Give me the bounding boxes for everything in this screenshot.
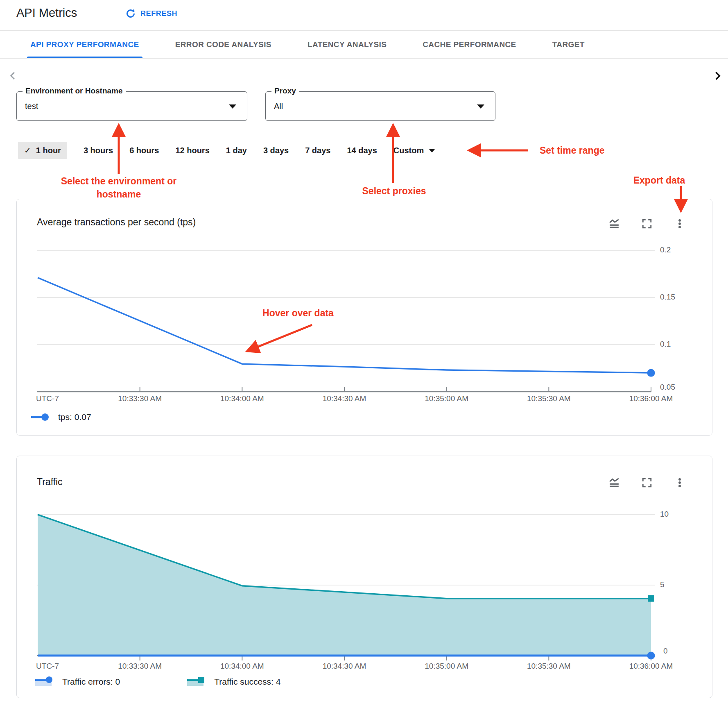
environment-dropdown-value: test — [25, 102, 38, 111]
time-range-option-label: 7 days — [305, 146, 330, 155]
refresh-label: REFRESH — [140, 9, 177, 18]
chart-type-icon[interactable] — [609, 477, 619, 488]
time-range-option-14-days[interactable]: 14 days — [347, 146, 377, 155]
dropdown-caret-icon — [477, 104, 484, 109]
environment-dropdown[interactable]: Environment or Hostname test — [16, 91, 247, 121]
tab-cache-performance[interactable]: CACHE PERFORMANCE — [419, 31, 519, 58]
refresh-button[interactable]: REFRESH — [125, 8, 177, 19]
time-range-option-label: 14 days — [347, 146, 377, 155]
legend-label: tps: 0.07 — [58, 412, 91, 422]
time-range-option-label: 3 hours — [84, 146, 113, 155]
proxy-dropdown[interactable]: Proxy All — [265, 91, 495, 121]
annotation-line: Select the environment or — [41, 175, 197, 188]
legend-item-traffic-errors[interactable]: Traffic errors: 0 — [34, 675, 120, 688]
header: API Metrics REFRESH — [0, 0, 728, 31]
tab-target[interactable]: TARGET — [549, 31, 588, 58]
time-range-option-3-hours[interactable]: 3 hours — [84, 146, 113, 155]
traffic-legend: Traffic errors: 0Traffic success: 4 — [34, 675, 280, 688]
tab-list: API PROXY PERFORMANCEERROR CODE ANALYSIS… — [27, 31, 588, 58]
check-icon: ✓ — [24, 145, 31, 155]
environment-dropdown-label: Environment or Hostname — [23, 86, 126, 95]
time-range-option-label: 3 days — [263, 146, 289, 155]
fullscreen-icon[interactable] — [642, 477, 652, 488]
dropdown-caret-icon — [429, 149, 435, 152]
tps-legend: tps: 0.07 — [30, 411, 91, 424]
time-range-option-3-days[interactable]: 3 days — [263, 146, 289, 155]
traffic-chart-title: Traffic — [37, 477, 63, 488]
legend-item-traffic-success[interactable]: Traffic success: 4 — [186, 675, 280, 688]
time-range-bar: ✓1 hour3 hours6 hours12 hours1 day3 days… — [18, 141, 435, 160]
time-range-option-6-hours[interactable]: 6 hours — [129, 146, 159, 155]
annotation-set-time-range: Set time range — [540, 144, 605, 157]
chevron-left-icon[interactable] — [7, 70, 19, 82]
annotation-export-data: Export data — [622, 174, 696, 187]
dropdown-caret-icon — [229, 104, 236, 109]
area-dot-swatch-icon — [34, 675, 55, 688]
tab-error-code-analysis[interactable]: ERROR CODE ANALYSIS — [172, 31, 275, 58]
time-range-option-1-hour[interactable]: ✓1 hour — [18, 142, 67, 159]
proxy-dropdown-label: Proxy — [271, 86, 299, 95]
time-range-option-label: 6 hours — [129, 146, 159, 155]
tps-chart-title: Average transactions per second (tps) — [37, 217, 196, 228]
time-range-option-label: 1 day — [226, 146, 247, 155]
time-range-option-12-hours[interactable]: 12 hours — [175, 146, 209, 155]
annotation-select-environment: Select the environment or hostname — [41, 175, 197, 201]
tps-chart-card — [16, 199, 712, 436]
proxy-dropdown-value: All — [274, 102, 283, 111]
annotation-line: hostname — [41, 188, 197, 201]
legend-label: Traffic errors: 0 — [62, 677, 120, 687]
tab-bar: API PROXY PERFORMANCEERROR CODE ANALYSIS… — [0, 31, 728, 59]
time-range-option-1-day[interactable]: 1 day — [226, 146, 247, 155]
time-range-option-label: 12 hours — [175, 146, 209, 155]
legend-label: Traffic success: 4 — [214, 677, 280, 687]
tab-api-proxy-performance[interactable]: API PROXY PERFORMANCE — [27, 31, 142, 58]
area-square-swatch-icon — [186, 675, 207, 688]
tps-chart-toolbar — [609, 218, 685, 229]
traffic-chart-toolbar — [609, 477, 685, 488]
page-title: API Metrics — [16, 6, 77, 20]
annotation-hover-over-data: Hover over data — [249, 306, 347, 320]
api-metrics-page: API Metrics REFRESH API PROXY PERFORMANC… — [0, 0, 728, 708]
chevron-right-icon[interactable] — [712, 70, 723, 82]
fullscreen-icon[interactable] — [642, 218, 652, 229]
refresh-icon — [125, 8, 136, 19]
legend-item-tps[interactable]: tps: 0.07 — [30, 411, 91, 424]
custom-label: Custom — [393, 146, 424, 155]
chart-type-icon[interactable] — [609, 218, 619, 229]
time-range-option-7-days[interactable]: 7 days — [305, 146, 330, 155]
time-range-option-label: 1 hour — [36, 146, 61, 155]
annotation-select-proxies: Select proxies — [346, 184, 442, 197]
tab-latency-analysis[interactable]: LATENCY ANALYSIS — [304, 31, 390, 58]
line-dot-swatch-icon — [30, 411, 51, 424]
kebab-menu-icon[interactable] — [674, 477, 685, 488]
time-range-option-custom[interactable]: Custom — [393, 146, 435, 155]
kebab-menu-icon[interactable] — [674, 218, 685, 229]
traffic-chart-card — [16, 456, 712, 698]
